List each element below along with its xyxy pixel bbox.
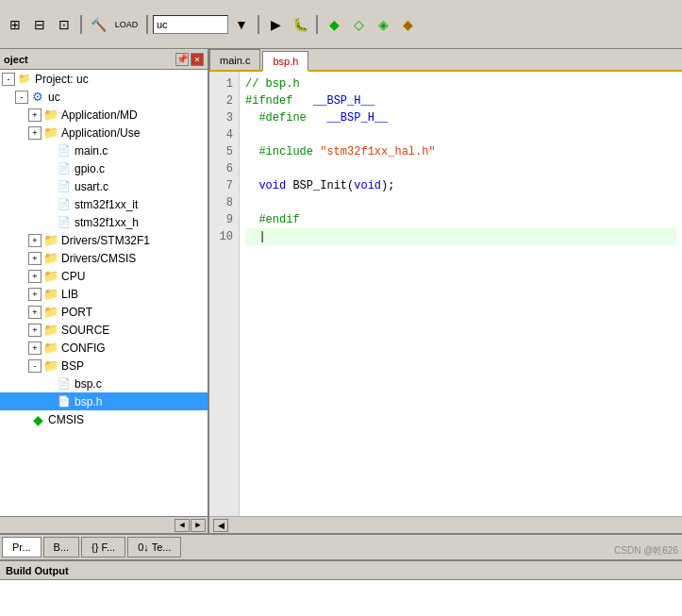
tree-item-cmsis[interactable]: ◆ CMSIS [0,410,208,428]
toolbar-run-btn[interactable]: ▶ [264,13,287,36]
bottom-tab-project[interactable]: Pr... [2,537,42,558]
tab-main-c[interactable]: main.c [209,49,260,70]
tree-expand-drivers-cmsis[interactable]: + [28,252,42,265]
tree-label-app-md: Application/MD [61,108,138,122]
tree-item-cpu[interactable]: + 📁 CPU [0,267,208,285]
folder-icon-source: 📁 [43,323,58,338]
tree-expand-cpu[interactable]: + [28,270,42,283]
toolbar-grid2-btn[interactable]: ⊟ [28,13,51,36]
tree-item-bsp[interactable]: - 📁 BSP [0,357,208,375]
code-line-10: | [245,228,676,245]
sidebar-header: oject 📌 ✕ [0,49,208,70]
scroll-left-btn[interactable]: ◀ [175,519,190,532]
tree-item-bsp-c[interactable]: 📄 bsp.c [0,375,208,392]
bottom-tab-te[interactable]: 0↓ Te... [127,537,181,558]
tree-expand-port[interactable]: + [28,306,42,319]
line-num-6: 6 [209,160,239,177]
code-line-7: void BSP_Init(void); [245,177,676,194]
toolbar-debug-btn[interactable]: 🐛 [289,13,311,36]
tree-item-port[interactable]: + 📁 PORT [0,303,208,321]
diamond-icon-cmsis: ◆ [30,412,45,427]
tree-expand-app-use[interactable]: + [28,126,42,140]
file-icon-gpio-c: 📄 [57,161,72,176]
folder-icon-port: 📁 [43,305,58,320]
tree-item-stm32f1xx-h[interactable]: 📄 stm32f1xx_h [0,213,208,231]
code-line-9: #endif [245,211,676,228]
tree-item-drivers-stm32[interactable]: + 📁 Drivers/STM32F1 [0,231,208,249]
toolbar-sep2 [146,15,148,34]
editor-nav-left-btn[interactable]: ◀ [213,519,228,532]
code-content[interactable]: // bsp.h #ifndef __BSP_H__ #define __BSP… [240,72,682,516]
build-output-content[interactable] [0,580,682,616]
folder-icon-app-use: 📁 [43,125,58,141]
toolbar-flash-btn[interactable]: ◇ [347,13,370,36]
file-icon-usart-c: 📄 [57,179,72,194]
tree-label-bsp-c: bsp.c [75,377,102,391]
tree-expand-root[interactable]: - [2,73,15,86]
toolbar-verify-btn[interactable]: ◈ [372,13,394,36]
tree-item-bsp-h[interactable]: 📄 bsp.h [0,392,208,410]
tree-item-app-md[interactable]: + 📁 Application/MD [0,106,208,124]
code-line-6 [245,160,676,177]
line-num-1: 1 [209,75,239,92]
tree-expand-drivers-stm32[interactable]: + [28,234,42,247]
sidebar-scrollbar: ◀ ▶ [0,516,208,533]
tree-expand-config[interactable]: + [28,341,42,355]
tree-expand-lib[interactable]: + [28,288,42,301]
code-line-1: // bsp.h [245,75,676,92]
tree-item-source[interactable]: + 📁 SOURCE [0,321,208,339]
folder-icon-lib: 📁 [43,287,58,302]
toolbar-download-btn[interactable]: ◆ [396,13,419,36]
sidebar-close-btn[interactable]: ✕ [191,53,204,66]
sidebar-title: oject [4,54,28,65]
tree-item-main-c[interactable]: 📄 main.c [0,142,208,159]
tree-item-uc[interactable]: - ⚙ uc [0,88,208,106]
line-num-10: 10 [209,228,239,245]
project-name-input[interactable]: uc [153,15,228,34]
sidebar-pin-btn[interactable]: 📌 [175,53,189,66]
code-line-3: #define __BSP_H__ [245,109,676,126]
file-icon-bsp-h: 📄 [57,394,72,409]
root-icon: 📁 [17,72,32,87]
tree-item-root[interactable]: - 📁 Project: uc [0,70,208,88]
toolbar-grid1-btn[interactable]: ⊞ [4,13,26,36]
tree-expand-uc[interactable]: - [15,91,28,104]
bottom-tab-b[interactable]: B... [43,537,80,558]
tree-expand-bsp[interactable]: - [28,359,42,373]
scroll-right-btn[interactable]: ▶ [191,519,206,532]
tree-item-lib[interactable]: + 📁 LIB [0,285,208,303]
build-output-header: Build Output [0,561,682,580]
editor-area: main.c bsp.h 1 2 3 4 5 6 7 8 9 10 // bsp… [209,49,682,533]
tab-bsp-h[interactable]: bsp.h [262,51,308,72]
code-editor[interactable]: 1 2 3 4 5 6 7 8 9 10 // bsp.h #ifndef __… [209,72,682,516]
bottom-tab-te-label: 0↓ Te... [138,541,171,553]
tree-expand-source[interactable]: + [28,324,42,337]
tree-item-gpio-c[interactable]: 📄 gpio.c [0,159,208,177]
code-line-5: #include "stm32f1xx_hal.h" [245,143,676,160]
tree-item-app-use[interactable]: + 📁 Application/Use [0,124,208,142]
tree-item-stm32f1xx-it[interactable]: 📄 stm32f1xx_it [0,195,208,213]
tab-bar: main.c bsp.h [209,49,682,72]
tree-expand-app-md[interactable]: + [28,108,42,122]
line-num-4: 4 [209,126,239,143]
sidebar-tree: - 📁 Project: uc - ⚙ uc + 📁 Application/M… [0,70,208,516]
tree-label-stm32-h: stm32f1xx_h [75,216,139,229]
tree-label-config: CONFIG [61,341,106,355]
file-icon-stm32-h: 📄 [57,215,72,230]
tree-label-app-use: Application/Use [61,126,140,140]
tab-bsp-h-label: bsp.h [273,56,298,67]
tree-item-usart-c[interactable]: 📄 usart.c [0,177,208,195]
bottom-tab-f[interactable]: {} F... [81,537,125,558]
toolbar-flash-green-btn[interactable]: ◆ [323,13,345,36]
toolbar-dropdown-btn[interactable]: ▼ [230,13,253,36]
tree-label-cmsis: CMSIS [48,413,84,426]
editor-bottom-nav: ◀ [209,516,682,533]
toolbar-chip-btn[interactable]: ⊡ [53,13,75,36]
tree-label-bsp: BSP [61,359,84,373]
tree-item-drivers-cmsis[interactable]: + 📁 Drivers/CMSIS [0,249,208,267]
tree-item-config[interactable]: + 📁 CONFIG [0,339,208,357]
toolbar-build-btn[interactable]: 🔨 [87,13,109,36]
toolbar-load-btn[interactable]: LOAD [111,13,141,36]
toolbar-sep4 [316,15,318,34]
file-icon-stm32-it: 📄 [57,197,72,212]
